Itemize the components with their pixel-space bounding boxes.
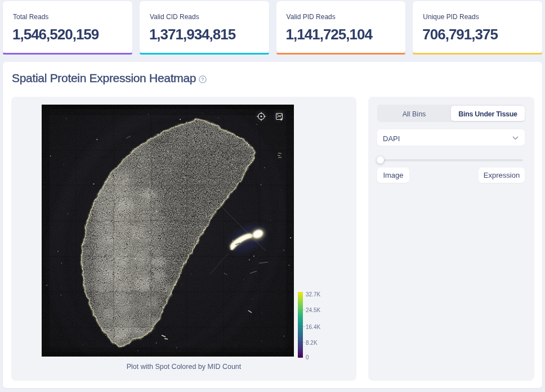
svg-text:?: ? (201, 76, 204, 82)
